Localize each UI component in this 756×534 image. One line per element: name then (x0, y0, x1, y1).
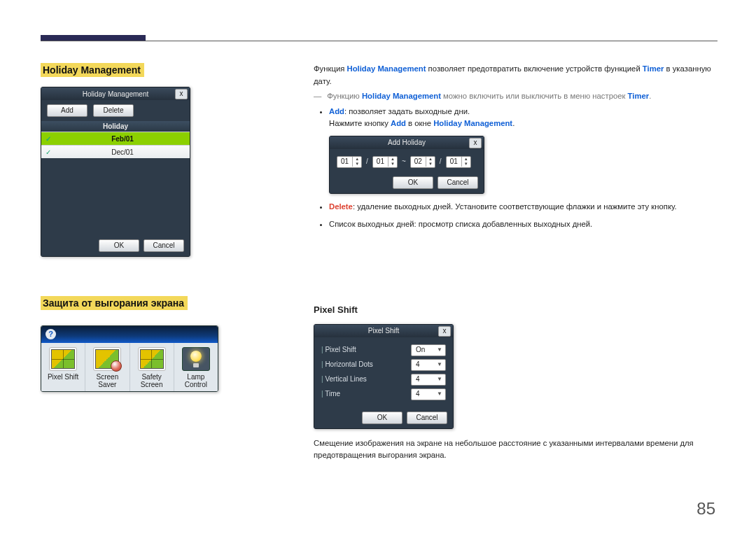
tile-label: Pixel Shift (43, 373, 83, 381)
tile-label: Screen Saver (87, 373, 127, 388)
holiday-date: Feb/01 (55, 135, 190, 143)
table-row[interactable]: ✓ Feb/01 (41, 132, 190, 145)
tile-screen-saver[interactable]: Screen Saver (85, 343, 130, 391)
hdots-select[interactable]: 4▼ (411, 359, 446, 371)
close-icon[interactable]: x (175, 89, 188, 99)
window-pixel-shift: Pixel Shift x Pixel Shift On▼ Horizontal… (314, 324, 454, 429)
column-header-holiday: Holiday (41, 121, 190, 132)
ok-button[interactable]: OK (393, 176, 433, 189)
cancel-button[interactable]: Cancel (144, 239, 184, 252)
time-select[interactable]: 4▼ (411, 388, 446, 400)
vlines-select[interactable]: 4▼ (411, 374, 446, 386)
window-add-holiday: Add Holiday x 01▲▼ / 01▲▼ ~ 02▲▼ / 01▲▼ … (329, 136, 484, 194)
day-start-spinner[interactable]: 01▲▼ (372, 156, 398, 168)
ok-button[interactable]: OK (99, 239, 139, 252)
paragraph: Смещение изображения на экране на неболь… (314, 437, 718, 462)
close-icon[interactable]: x (438, 326, 451, 337)
close-icon[interactable]: x (469, 138, 482, 148)
holiday-date: Dec/01 (55, 148, 190, 156)
tile-pixel-shift[interactable]: Pixel Shift (41, 343, 85, 391)
cancel-button[interactable]: Cancel (407, 412, 447, 424)
header-rule (41, 35, 718, 42)
window-title: Add Holiday (388, 137, 426, 148)
window-title: Pixel Shift (368, 325, 399, 337)
tile-lamp-control[interactable]: Lamp Control (174, 343, 218, 391)
window-holiday-management: Holiday Management x Add Delete Holiday … (41, 87, 190, 257)
month-start-spinner[interactable]: 01▲▼ (337, 156, 362, 168)
checkbox-icon[interactable]: ✓ (41, 148, 55, 156)
ok-button[interactable]: OK (362, 412, 402, 424)
bullet-list: Add: позволяет задать выходные дни. Нажм… (329, 106, 718, 130)
heading-holiday-management: Holiday Management (41, 63, 144, 77)
tile-safety-screen[interactable]: Safety Screen (130, 343, 174, 391)
tile-label: Lamp Control (176, 373, 216, 388)
label-time: Time (321, 388, 340, 400)
window-title: Holiday Management (83, 90, 149, 98)
help-icon[interactable]: ? (46, 329, 56, 339)
day-end-spinner[interactable]: 01▲▼ (446, 156, 471, 168)
pixel-shift-select[interactable]: On▼ (411, 344, 446, 356)
table-row[interactable]: ✓ Dec/01 (41, 145, 190, 158)
add-button[interactable]: Add (47, 104, 88, 117)
cancel-button[interactable]: Cancel (438, 176, 478, 189)
checkbox-icon[interactable]: ✓ (41, 135, 55, 143)
page-number: 85 (696, 499, 715, 519)
heading-pixel-shift: Pixel Shift (314, 303, 718, 317)
month-end-spinner[interactable]: 02▲▼ (410, 156, 435, 168)
screen-burn-preview: ? Pixel Shift Screen Saver Safety Screen (41, 325, 218, 392)
label-vertical-lines: Vertical Lines (321, 374, 367, 385)
label-pixel-shift: Pixel Shift (321, 344, 356, 356)
label-horizontal-dots: Horizontal Dots (321, 359, 373, 370)
tile-label: Safety Screen (132, 373, 172, 388)
note: ― Функцию Holiday Management можно включ… (314, 90, 718, 103)
paragraph: Функция Holiday Management позволяет пре… (314, 63, 718, 87)
bullet-list: Delete: удаление выходных дней. Установи… (329, 201, 718, 231)
delete-button[interactable]: Delete (93, 104, 134, 117)
heading-screen-burn-protection: Защита от выгорания экрана (41, 296, 188, 310)
